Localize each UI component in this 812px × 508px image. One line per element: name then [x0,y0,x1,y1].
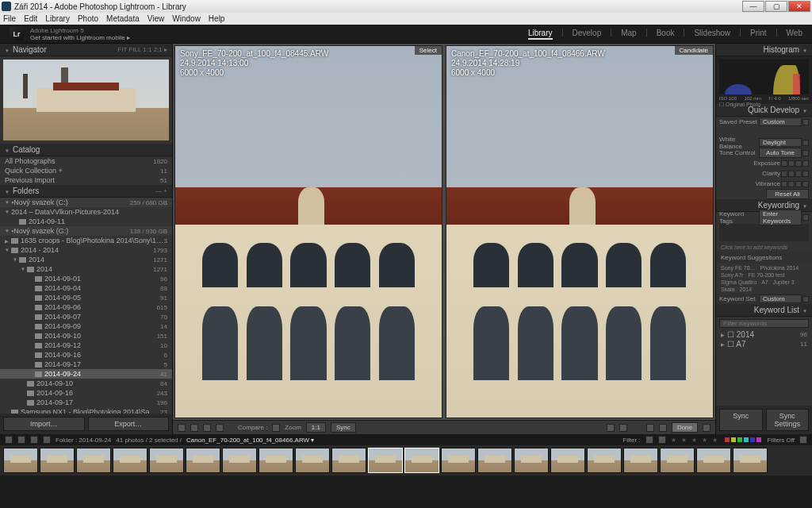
catalog-header[interactable]: Catalog [0,144,172,156]
folder-row[interactable]: 2014-09-0591 [0,293,172,302]
toolbar-disclosure-icon[interactable] [703,424,710,432]
filmstrip-thumb[interactable] [113,448,147,473]
module-book[interactable]: Book [657,29,675,40]
folders-header[interactable]: Folders— + [0,185,172,198]
menu-metadata[interactable]: Metadata [106,14,140,23]
keyword-suggestion[interactable]: 2014 [738,287,754,292]
keyword-suggestion[interactable]: Sony FE 70… [719,265,757,271]
filmstrip-thumb[interactable] [259,448,293,473]
vib-up[interactable] [795,181,802,187]
next-icon[interactable] [659,424,667,432]
volume-row[interactable]: ▼▪ Nový svazek (C:)259 / 680 GB [0,198,172,207]
folder-row[interactable]: 2014-09-11 [0,217,172,226]
sync-settings-button[interactable]: Sync Settings [766,409,810,431]
keyword-suggestion[interactable]: Sigma Quattro [719,279,758,285]
clar-down2[interactable] [781,171,787,177]
filmstrip-thumb[interactable] [368,448,403,473]
folder-row[interactable]: 2014-09-1084 [0,379,172,388]
kw-set-select[interactable]: Custom [759,294,802,303]
folder-row[interactable]: 2014-09-10151 [0,331,172,341]
loupe-view-icon[interactable] [190,424,198,432]
prev-icon[interactable] [646,424,654,432]
minimize-button[interactable]: — [742,1,764,12]
exp-down2[interactable] [781,160,787,167]
clar-down[interactable] [788,171,795,177]
filmstrip-thumb[interactable] [404,448,439,473]
compare-select-image[interactable]: Select Sony_FE_70-200_at_100_f4_08445.AR… [174,45,442,418]
done-button[interactable]: Done [672,422,698,433]
keyword-hint[interactable]: Click here to add keywords [716,243,812,252]
module-develop[interactable]: Develop [573,29,602,40]
clar-up[interactable] [795,171,802,177]
filmstrip-thumb[interactable] [660,448,695,473]
sync-button[interactable]: Sync [719,409,763,431]
compare-view-icon[interactable] [203,424,211,432]
survey-view-icon[interactable] [216,424,224,432]
filmstrip-thumb[interactable] [441,448,476,473]
module-map[interactable]: Map [621,29,636,40]
catalog-row[interactable]: Previous Import51 [0,175,172,185]
folder-row[interactable]: 2014-09-1210 [0,341,172,350]
reset-all-button[interactable]: Reset All [766,189,809,199]
color-label-filter[interactable] [724,437,762,444]
vib-down2[interactable] [781,181,787,187]
make-select-icon[interactable] [619,424,627,432]
folder-row[interactable]: 2014-09-166 [0,350,172,360]
filmstrip-thumb[interactable] [186,448,220,473]
filmstrip-thumb[interactable] [733,448,768,473]
menu-window[interactable]: Window [172,14,201,23]
folder-row[interactable]: 2014-09-0196 [0,274,172,283]
wb-expand-icon[interactable] [802,140,809,146]
filmstrip-thumb[interactable] [623,448,658,473]
catalog-row[interactable]: All Photographs1820 [0,156,172,166]
menu-edit[interactable]: Edit [24,14,37,23]
filmstrip-thumb[interactable] [477,448,512,473]
menu-photo[interactable]: Photo [78,14,98,23]
filters-off-label[interactable]: Filters Off [767,437,795,444]
keyword-textarea[interactable] [719,224,809,241]
folder-row[interactable]: 2014-09-16243 [0,388,172,398]
filmstrip-thumb[interactable] [3,448,38,473]
filmstrip-thumb[interactable] [587,448,622,473]
keyword-list-row[interactable]: ▶☐ 201496 [716,329,812,339]
exp-up[interactable] [795,160,802,167]
preset-expand-icon[interactable] [802,119,809,125]
keyword-suggestion[interactable]: Jupiter 3 [772,279,796,285]
filmstrip[interactable] [0,445,812,475]
filmstrip-thumb[interactable] [295,448,330,473]
vib-up2[interactable] [802,181,809,187]
filter-lock-icon[interactable] [799,436,807,444]
flag-reject-icon[interactable] [658,436,666,444]
grid-view-icon[interactable] [178,424,186,432]
histogram-header[interactable]: Histogram [716,44,812,56]
preset-select[interactable]: Custom [759,117,802,126]
navigator-header[interactable]: Navigator FIT FILL 1:1 2:1 ▸ [0,44,172,56]
folder-row[interactable]: 2014-09-0488 [0,283,172,293]
folder-row[interactable]: ▼20141271 [0,255,172,264]
menu-file[interactable]: File [3,14,16,23]
folder-row[interactable]: ▶1635 croops - Blog\Photokina 2014\Sony\… [0,236,172,245]
export-button[interactable]: Export… [88,417,170,431]
auto-tone-button[interactable]: Auto Tone [759,148,802,158]
folder-row[interactable]: 2014-09-06615 [0,302,172,312]
nav-back-icon[interactable] [30,436,38,444]
folder-row[interactable]: 2014-09-2441 [0,369,172,379]
filmstrip-thumb[interactable] [222,448,257,473]
path-file[interactable]: Canon_EF_70-200_at_100_f4_08466.ARW ▾ [186,437,314,444]
folder-row[interactable]: 2014-09-0914 [0,321,172,331]
filmstrip-thumb[interactable] [76,448,111,473]
lock-icon[interactable] [272,424,280,432]
catalog-row[interactable]: Quick Collection +11 [0,166,172,175]
keyword-suggestion[interactable]: Photokina 2014 [759,265,801,271]
filmstrip-thumb[interactable] [331,448,366,473]
keyword-suggestion[interactable]: Sony A7r [719,272,745,278]
grid-toggle-icon[interactable] [17,436,25,444]
menu-library[interactable]: Library [45,14,70,23]
module-library[interactable]: Library [528,29,553,40]
clar-up2[interactable] [802,171,809,177]
module-print[interactable]: Print [750,29,767,40]
navigator-preview[interactable] [0,56,172,144]
folder-row[interactable]: 2014-09-175 [0,360,172,369]
maximize-button[interactable]: ▢ [765,1,787,12]
exp-down[interactable] [788,160,795,167]
